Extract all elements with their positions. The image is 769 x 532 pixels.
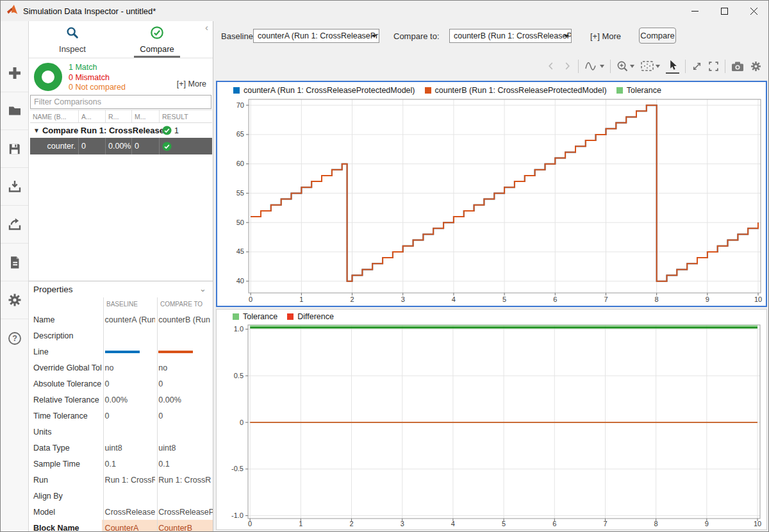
svg-text:5: 5: [502, 295, 506, 303]
property-row-description: Description: [29, 328, 213, 344]
properties-title: Properties: [33, 285, 73, 294]
tab-inspect[interactable]: Inspect: [31, 21, 113, 58]
legend-swatch-icon: [287, 313, 294, 320]
expand-caret-icon[interactable]: ▼: [33, 127, 40, 134]
property-value-compare[interactable]: no: [155, 360, 213, 376]
svg-text:10: 10: [754, 295, 762, 303]
tab-compare[interactable]: Compare: [116, 21, 198, 58]
legend-item: Difference: [287, 312, 334, 321]
svg-text:10: 10: [754, 520, 761, 528]
difference-plot-legend: ToleranceDifference: [233, 312, 334, 321]
fit-to-view-icon[interactable]: [640, 60, 660, 72]
summary-more-link[interactable]: [+] More: [177, 79, 206, 88]
col-rel-tol[interactable]: R...: [106, 110, 132, 122]
svg-text:0: 0: [240, 419, 244, 426]
property-label: Name: [29, 315, 102, 324]
svg-text:45: 45: [236, 247, 244, 255]
add-icon[interactable]: [1, 54, 28, 92]
property-value-baseline[interactable]: 0.00%: [102, 392, 156, 408]
expand-icon[interactable]: [691, 61, 702, 72]
property-row-absolute-tolerance: Absolute Tolerance00: [29, 376, 213, 392]
compare-more-link[interactable]: [+] More: [590, 31, 621, 41]
compare-to-dropdown[interactable]: counterB (Run 1: CrossReleasePr: [449, 29, 572, 43]
snapshot-camera-icon[interactable]: [731, 61, 744, 72]
svg-text:60: 60: [236, 160, 244, 167]
main-toolbar: ?: [1, 21, 29, 531]
signal-options-icon[interactable]: [584, 60, 604, 72]
property-value-baseline: Run 1: CrossR: [102, 472, 156, 488]
property-value-baseline[interactable]: no: [102, 360, 156, 376]
svg-text:0.5: 0.5: [234, 372, 244, 379]
comparison-plot-legend: counterA (Run 1: CrossReleaseProtectedMo…: [233, 86, 661, 95]
property-value-compare[interactable]: 0.00%: [155, 392, 213, 408]
collapse-panel-icon[interactable]: ‹: [205, 23, 208, 32]
filter-comparisons-input[interactable]: [30, 95, 211, 109]
property-value-baseline: counterA (Run: [102, 312, 156, 328]
zoom-in-icon[interactable]: [616, 60, 634, 72]
back-icon[interactable]: [546, 61, 556, 71]
property-value-compare: [155, 488, 213, 504]
difference-plot-panel[interactable]: ToleranceDifference 0123456789101.00.50-…: [216, 309, 767, 530]
preferences-gear-icon[interactable]: [1, 281, 28, 319]
svg-text:2: 2: [350, 295, 354, 303]
property-value-compare: 0.1: [155, 456, 213, 472]
fullscreen-icon[interactable]: [708, 61, 719, 72]
svg-text:4: 4: [451, 520, 455, 528]
col-max-diff[interactable]: M...: [132, 110, 160, 122]
col-abs-tol[interactable]: A...: [79, 110, 106, 122]
property-value-baseline[interactable]: 0: [102, 408, 156, 424]
open-folder-icon[interactable]: [1, 92, 28, 130]
baseline-dropdown[interactable]: counterA (Run 1: CrossReleasePr: [253, 29, 379, 43]
help-icon[interactable]: ?: [1, 319, 28, 357]
signal-result: [160, 138, 212, 154]
property-label: Run: [29, 476, 102, 485]
close-button[interactable]: [739, 1, 768, 21]
import-icon[interactable]: [1, 168, 28, 206]
svg-text:-0.5: -0.5: [231, 465, 244, 472]
chevron-down-icon[interactable]: ⌄: [199, 284, 206, 294]
signal-row-selected[interactable]: counter. 0 0.00% 0: [30, 138, 212, 154]
difference-plot[interactable]: 0123456789101.00.50-0.5-1.0: [217, 310, 766, 529]
property-label: Units: [29, 428, 102, 436]
signal-abs-tol: 0: [79, 138, 106, 154]
plot-settings-gear-icon[interactable]: [750, 60, 762, 72]
properties-panel: Properties ⌄ BASELINE COMPARE TO Namecou…: [29, 281, 213, 531]
comparison-table: NAME (B... A... R... M... RESULT ▼ Compa…: [30, 110, 212, 154]
property-value-compare[interactable]: 0: [155, 408, 213, 424]
property-value-baseline: uint8: [102, 440, 156, 456]
col-name[interactable]: NAME (B...: [30, 110, 79, 122]
legend-item: counterB (Run 1: CrossReleaseProtectedMo…: [425, 86, 607, 95]
export-icon[interactable]: [1, 206, 28, 244]
comparison-group-row[interactable]: ▼ Compare Run 1: CrossReleaseP 1: [30, 123, 212, 138]
compare-button[interactable]: Compare: [639, 28, 676, 44]
dropdown-caret-icon: [600, 65, 604, 68]
forward-icon[interactable]: [562, 61, 572, 71]
minimize-button[interactable]: [680, 1, 709, 21]
property-row-model: ModelCrossReleasePCrossReleaseP: [29, 504, 213, 520]
property-label: Align By: [29, 492, 102, 501]
pointer-tool-icon[interactable]: [666, 59, 679, 74]
svg-text:8: 8: [655, 295, 659, 303]
mode-tabs: Inspect Compare ‹: [29, 21, 213, 58]
property-value-baseline: [102, 328, 156, 344]
property-value-compare[interactable]: 0: [155, 376, 213, 392]
comparison-plot-panel[interactable]: counterA (Run 1: CrossReleaseProtectedMo…: [216, 81, 767, 307]
col-result[interactable]: RESULT: [160, 110, 212, 122]
window-title: Simulation Data Inspector - untitled*: [23, 6, 156, 16]
save-icon[interactable]: [1, 130, 28, 168]
property-value-baseline[interactable]: 0: [102, 376, 156, 392]
report-icon[interactable]: [1, 244, 28, 281]
svg-text:6: 6: [552, 520, 556, 528]
svg-text:9: 9: [705, 520, 709, 528]
comparison-plot[interactable]: 01234567891040455055606570: [217, 82, 766, 306]
svg-text:-1.0: -1.0: [231, 511, 244, 519]
property-value-compare: uint8: [155, 440, 213, 456]
property-label: Absolute Tolerance: [29, 379, 102, 388]
compare-line-swatch: [158, 351, 193, 353]
signal-name: counter.: [30, 138, 79, 154]
maximize-button[interactable]: [709, 1, 739, 21]
baseline-label: Baseline:: [221, 31, 255, 41]
not-compared-count: 0 Not compared: [69, 83, 126, 93]
svg-text:7: 7: [603, 520, 607, 528]
baseline-line-swatch: [105, 351, 140, 353]
